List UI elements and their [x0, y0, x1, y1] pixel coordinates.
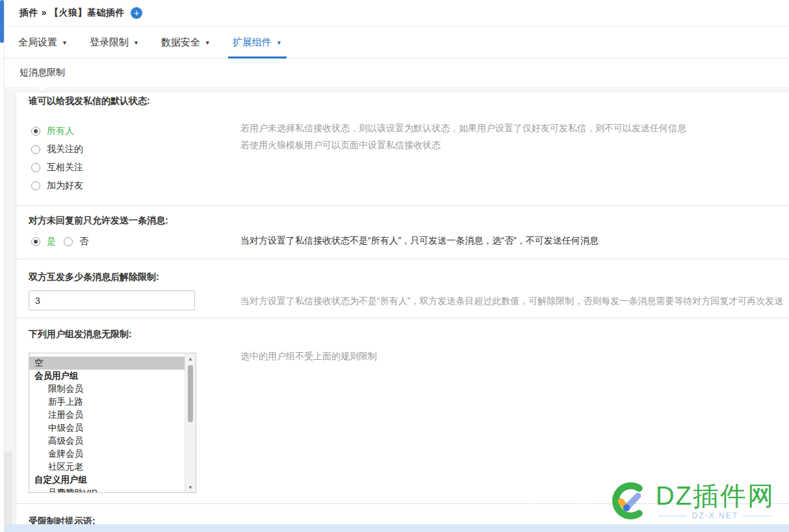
radio-option-following[interactable]: 我关注的: [31, 144, 83, 155]
section-label-one-message-before-reply: 对方未回复前只允许发送一条消息:: [29, 215, 168, 227]
option-intermediate-member[interactable]: 中级会员: [29, 422, 185, 435]
option-custom-group-header[interactable]: 自定义用户组: [29, 474, 185, 487]
watermark-text: DZ插件网 DZ-X.NET: [656, 481, 775, 520]
option-member-group-header[interactable]: 会员用户组: [29, 370, 185, 383]
page-scrollbar[interactable]: [0, 0, 5, 532]
section-divider: [16, 205, 789, 206]
radio-yes-label[interactable]: 是: [47, 236, 56, 247]
option-monthly-vip[interactable]: 月费赞助VIP: [29, 487, 185, 493]
page-scroll-thumb[interactable]: [0, 0, 4, 43]
admin-plugin-settings-page: 插件 » 【火狼】基础插件 + 全局设置 ▼ 登录限制 ▼ 数据安全 ▼ 扩展组…: [0, 0, 789, 532]
section-label-unlock-message-count: 双方互发多少条消息后解除限制:: [29, 272, 159, 283]
tab-label: 登录限制: [90, 36, 129, 49]
chevron-down-icon: ▼: [62, 38, 68, 46]
scrollbar-track-strip: [5, 451, 12, 524]
radio-friends[interactable]: [31, 181, 40, 190]
radio-no[interactable]: [64, 237, 73, 246]
subnav-bar: 短消息限制: [0, 58, 789, 88]
radio-everyone-label[interactable]: 所有人: [47, 125, 74, 137]
option-restricted-member[interactable]: 限制会员: [29, 383, 185, 396]
listbox-scrollbar[interactable]: ▲ ▼: [185, 353, 196, 492]
radio-no-label[interactable]: 否: [79, 236, 88, 247]
watermark-subtitle-row: DZ-X.NET: [658, 511, 772, 520]
help-text: 选中的用户组不受上面的规则限制: [240, 351, 784, 362]
tab-label: 扩展组件: [233, 36, 272, 49]
breadcrumb-bar: 插件 » 【火狼】基础插件 +: [0, 0, 789, 27]
listbox-scroll-thumb[interactable]: [188, 365, 193, 422]
watermark-subtitle: DZ-X.NET: [692, 511, 738, 520]
option-community-veteran[interactable]: 社区元老: [29, 461, 185, 474]
help-text: 若用户未选择私信接收状态，则以该设置为默认状态，如果用户设置了仅好友可发私信，则…: [240, 123, 784, 134]
radio-option-everyone[interactable]: 所有人: [31, 125, 74, 137]
divider-line: [744, 516, 772, 516]
radio-friends-label[interactable]: 加为好友: [47, 180, 83, 192]
watermark-title: DZ插件网: [656, 481, 775, 510]
radio-following[interactable]: [31, 145, 40, 154]
radio-option-friends[interactable]: 加为好友: [31, 180, 83, 192]
option-empty[interactable]: 空: [29, 357, 185, 370]
chevron-down-icon: ▼: [276, 38, 282, 46]
divider-line: [658, 516, 687, 516]
add-icon[interactable]: +: [131, 7, 142, 19]
option-newbie[interactable]: 新手上路: [29, 396, 185, 409]
radio-mutual-follow[interactable]: [31, 163, 40, 172]
tab-data-security[interactable]: 数据安全 ▼: [161, 27, 211, 58]
scroll-up-icon[interactable]: ▲: [185, 353, 196, 364]
usergroup-options: 空 会员用户组 限制会员 新手上路 注册会员 中级会员 高级会员 金牌会员 社区…: [29, 357, 185, 493]
option-gold-member[interactable]: 金牌会员: [29, 448, 185, 461]
tab-global-settings[interactable]: 全局设置 ▼: [18, 27, 68, 58]
tab-extensions[interactable]: 扩展组件 ▼: [233, 27, 282, 58]
radio-everyone[interactable]: [31, 127, 40, 136]
bottom-highlight-bar: [0, 524, 789, 532]
breadcrumb: 插件 » 【火狼】基础插件: [19, 7, 125, 19]
radio-option-yes[interactable]: 是: [31, 236, 56, 247]
scroll-down-icon[interactable]: ▼: [185, 482, 196, 492]
usergroup-listbox[interactable]: 空 会员用户组 限制会员 新手上路 注册会员 中级会员 高级会员 金牌会员 社区…: [29, 353, 196, 493]
radio-following-label[interactable]: 我关注的: [47, 144, 83, 155]
section-label-unlimited-usergroups: 下列用户组发消息无限制:: [29, 329, 132, 340]
radio-mutual-follow-label[interactable]: 互相关注: [47, 162, 83, 173]
option-registered-member[interactable]: 注册会员: [29, 409, 185, 422]
section-divider: [16, 259, 789, 259]
dz-logo-icon: [608, 481, 648, 521]
section-label-default-pm-status: 谁可以给我发私信的默认状态:: [29, 95, 150, 107]
chevron-down-icon: ▼: [133, 38, 139, 46]
message-count-input[interactable]: [29, 290, 195, 310]
section-divider: [16, 318, 789, 318]
radio-yes[interactable]: [31, 237, 40, 246]
tab-login-limit[interactable]: 登录限制 ▼: [90, 27, 139, 58]
chevron-down-icon: ▼: [205, 38, 211, 46]
radio-option-mutual-follow[interactable]: 互相关注: [31, 162, 83, 173]
watermark: DZ插件网 DZ-X.NET: [608, 481, 775, 521]
help-text: 若使用火狼模板用户可以页面中设置私信接收状态: [240, 140, 784, 151]
subnav-item-message-limit[interactable]: 短消息限制: [19, 67, 65, 79]
radio-option-no[interactable]: 否: [64, 236, 88, 247]
help-text: 当对方设置了私信接收状态为不是“所有人”，双方发送条目超过此数值，可解除限制，否…: [240, 296, 784, 307]
tab-label: 全局设置: [18, 36, 57, 49]
tab-bar: 全局设置 ▼ 登录限制 ▼ 数据安全 ▼ 扩展组件 ▼: [0, 27, 789, 58]
tab-label: 数据安全: [161, 36, 200, 49]
help-text: 当对方设置了私信接收状态不是“所有人”，只可发送一条消息，选“否”，不可发送任何…: [240, 235, 784, 247]
option-advanced-member[interactable]: 高级会员: [29, 435, 185, 448]
